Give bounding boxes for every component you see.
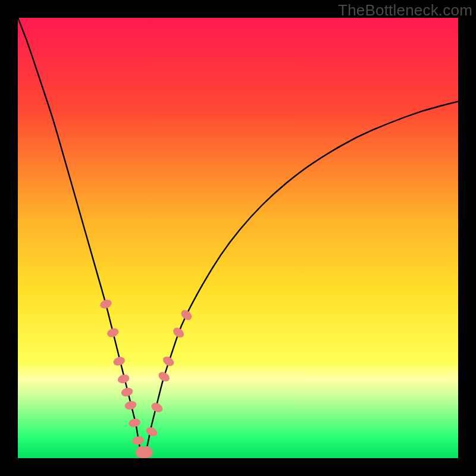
- watermark-text: TheBottleneck.com: [338, 1, 472, 20]
- plot-area: [18, 18, 458, 458]
- gradient-background: [18, 18, 458, 458]
- chart-container: TheBottleneck.com: [0, 0, 476, 476]
- chart-svg: [18, 18, 458, 458]
